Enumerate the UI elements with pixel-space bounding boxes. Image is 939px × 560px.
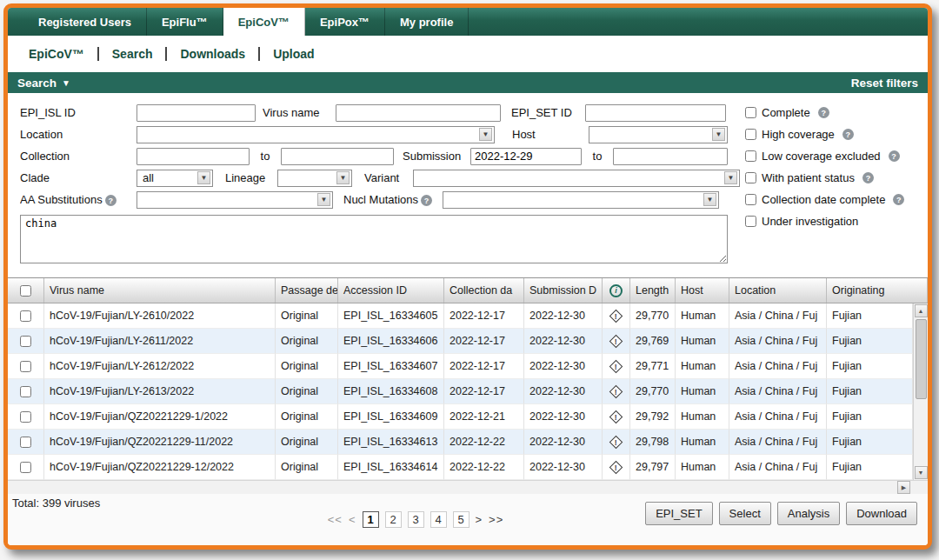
- row-checkbox[interactable]: [20, 437, 31, 448]
- collection-from-input[interactable]: [137, 148, 250, 165]
- help-icon[interactable]: ?: [818, 107, 829, 118]
- header-location[interactable]: Location: [729, 278, 827, 303]
- keyword-search-textarea[interactable]: china: [20, 215, 728, 263]
- clade-select[interactable]: all ▼: [137, 170, 213, 187]
- cell-virus-name: hCoV-19/Fujian/LY-2611/2022: [44, 329, 276, 354]
- cell-host: Human: [676, 379, 729, 404]
- header-collection-date[interactable]: Collection da: [444, 278, 524, 303]
- pagination-page-4[interactable]: 4: [430, 511, 447, 528]
- help-icon[interactable]: ?: [893, 194, 904, 205]
- under-investigation-checkbox[interactable]: [745, 216, 756, 227]
- subnav-item-search[interactable]: Search: [112, 47, 153, 61]
- table-row[interactable]: hCoV-19/Fujian/LY-2613/2022 Original EPI…: [8, 379, 913, 404]
- analysis-button[interactable]: Analysis: [777, 502, 840, 525]
- variant-select[interactable]: ▼: [413, 170, 740, 187]
- with-patient-status-checkbox[interactable]: [745, 172, 756, 183]
- cell-originating-lab: Fujian: [827, 404, 913, 430]
- scrollbar-thumb[interactable]: [916, 319, 927, 399]
- warning-icon[interactable]: !: [609, 334, 623, 348]
- row-checkbox[interactable]: [20, 310, 31, 322]
- collection-date-complete-checkbox[interactable]: [745, 194, 756, 205]
- epi-isl-id-input[interactable]: [137, 104, 256, 122]
- checkbox-row-collection-date-complete: Collection date complete ?: [745, 189, 904, 210]
- header-passage[interactable]: Passage de: [276, 278, 338, 303]
- pagination-page-5[interactable]: 5: [453, 511, 470, 528]
- header-accession-id[interactable]: Accession ID: [338, 278, 444, 303]
- low-coverage-excluded-checkbox[interactable]: [745, 150, 756, 162]
- help-icon[interactable]: ?: [421, 195, 432, 206]
- pagination-page-3[interactable]: 3: [408, 511, 424, 528]
- tab-registered-users[interactable]: Registered Users: [23, 8, 147, 36]
- epi-set-button[interactable]: EPI_SET: [645, 502, 712, 525]
- table-row[interactable]: hCoV-19/Fujian/LY-2610/2022 Original EPI…: [8, 303, 913, 329]
- info-icon[interactable]: i: [609, 284, 623, 297]
- cell-collection-date: 2022-12-17: [444, 379, 524, 404]
- total-viruses-count: Total: 399 viruses: [12, 497, 100, 510]
- scroll-right-icon[interactable]: ▶: [897, 481, 910, 494]
- select-button[interactable]: Select: [719, 502, 771, 525]
- pagination-page-1[interactable]: 1: [363, 511, 379, 528]
- subnav-divider: [165, 47, 167, 61]
- warning-icon[interactable]: !: [609, 359, 623, 373]
- location-select[interactable]: ▼: [137, 126, 495, 143]
- row-checkbox[interactable]: [20, 361, 31, 372]
- help-icon[interactable]: ?: [105, 195, 117, 206]
- lineage-select[interactable]: ▼: [277, 170, 352, 187]
- pagination-next[interactable]: >: [476, 513, 483, 526]
- header-length[interactable]: Length: [630, 278, 676, 303]
- pagination-last[interactable]: >>: [489, 513, 503, 526]
- subnav-item-epicov[interactable]: EpiCoV™: [29, 47, 84, 61]
- row-checkbox[interactable]: [20, 462, 31, 473]
- submission-to-input[interactable]: [613, 148, 728, 165]
- table-row[interactable]: hCoV-19/Fujian/QZ20221229-1/2022 Origina…: [8, 404, 913, 430]
- collection-to-input[interactable]: [281, 148, 394, 165]
- submission-from-input[interactable]: [470, 148, 582, 165]
- download-button[interactable]: Download: [846, 502, 917, 525]
- warning-icon[interactable]: !: [609, 410, 623, 423]
- scroll-up-icon[interactable]: ▲: [915, 304, 928, 317]
- tab-epiflu[interactable]: EpiFlu™: [147, 8, 223, 36]
- table-row[interactable]: hCoV-19/Fujian/QZ20221229-11/2022 Origin…: [8, 430, 913, 455]
- host-select[interactable]: ▼: [589, 126, 728, 143]
- virus-name-input[interactable]: [336, 104, 501, 122]
- pagination-page-2[interactable]: 2: [385, 511, 402, 528]
- select-all-checkbox[interactable]: [20, 285, 31, 297]
- warning-icon[interactable]: !: [609, 309, 623, 323]
- table-body: hCoV-19/Fujian/LY-2610/2022 Original EPI…: [8, 303, 928, 480]
- scroll-down-icon[interactable]: ▼: [915, 466, 928, 479]
- tab-epicov[interactable]: EpiCoV™: [223, 8, 305, 36]
- table-row[interactable]: hCoV-19/Fujian/QZ20221229-12/2022 Origin…: [8, 455, 913, 480]
- epi-set-id-input[interactable]: [585, 104, 726, 122]
- pagination-prev[interactable]: <: [349, 513, 356, 526]
- complete-checkbox[interactable]: [745, 107, 756, 118]
- cell-submission-date: 2022-12-30: [524, 303, 603, 329]
- header-originating-lab[interactable]: Originating: [827, 278, 928, 303]
- search-panel-toggle[interactable]: Search ▼: [17, 77, 70, 90]
- reset-filters-button[interactable]: Reset filters: [851, 77, 918, 90]
- subnav-item-upload[interactable]: Upload: [273, 47, 314, 61]
- tab-my-profile[interactable]: My profile: [385, 8, 469, 36]
- horizontal-scrollbar[interactable]: ▶: [8, 480, 928, 494]
- row-checkbox[interactable]: [20, 336, 31, 347]
- header-virus-name[interactable]: Virus name: [44, 278, 276, 303]
- header-host[interactable]: Host: [676, 278, 729, 303]
- nucl-mutations-select[interactable]: ▼: [443, 191, 719, 209]
- table-row[interactable]: hCoV-19/Fujian/LY-2612/2022 Original EPI…: [8, 354, 913, 379]
- row-checkbox[interactable]: [20, 386, 31, 397]
- table-row[interactable]: hCoV-19/Fujian/LY-2611/2022 Original EPI…: [8, 329, 913, 354]
- warning-icon[interactable]: !: [609, 384, 623, 398]
- subnav-item-downloads[interactable]: Downloads: [180, 47, 245, 61]
- pagination-first[interactable]: <<: [328, 513, 343, 526]
- aa-substitutions-select[interactable]: ▼: [137, 191, 333, 209]
- high-coverage-checkbox[interactable]: [745, 129, 756, 140]
- warning-icon[interactable]: !: [609, 435, 623, 449]
- row-checkbox[interactable]: [20, 411, 31, 423]
- help-icon[interactable]: ?: [889, 150, 900, 162]
- help-icon[interactable]: ?: [862, 172, 874, 183]
- help-icon[interactable]: ?: [842, 129, 854, 140]
- tab-epipox[interactable]: EpiPox™: [305, 8, 385, 36]
- header-submission-date[interactable]: Submission D: [524, 278, 603, 303]
- warning-icon[interactable]: !: [609, 460, 623, 474]
- vertical-scrollbar[interactable]: ▲ ▼: [913, 303, 928, 480]
- filter-checkbox-column: Complete ? High coverage ? Low coverage …: [745, 102, 904, 232]
